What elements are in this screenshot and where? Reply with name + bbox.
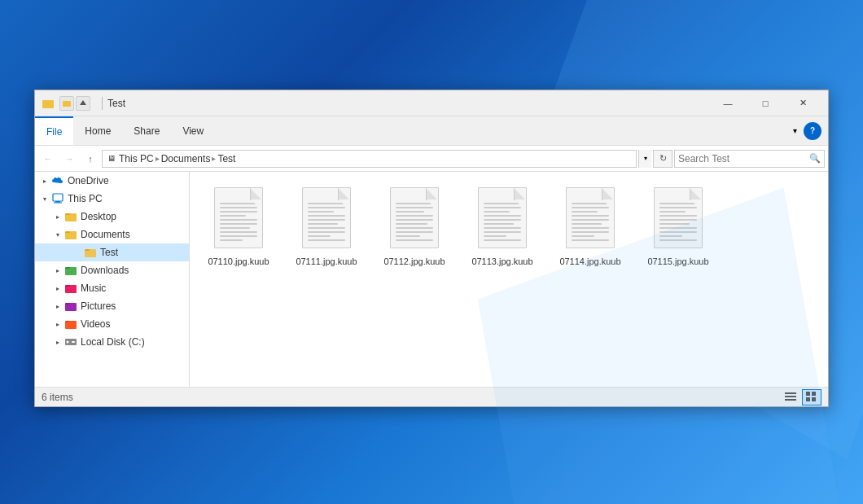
svg-rect-19 (806, 392, 810, 396)
downloads-label: Downloads (81, 265, 129, 276)
doc-shape-2 (390, 187, 439, 248)
svg-rect-1 (42, 102, 54, 108)
search-input[interactable] (675, 153, 806, 164)
videos-icon (64, 318, 77, 331)
music-icon (64, 282, 77, 295)
file-name-4: 07114.jpg.kuub (559, 256, 620, 267)
content-area: ▸ OneDrive ▾ This PC (35, 172, 828, 387)
address-path[interactable]: 🖥 This PC ▸ Documents ▸ Test (102, 150, 637, 168)
doc-line (220, 219, 257, 221)
downloads-icon (64, 264, 77, 277)
refresh-button[interactable]: ↻ (653, 150, 672, 168)
sidebar-item-pictures[interactable]: ▸ Pictures (35, 297, 189, 315)
doc-line (220, 203, 257, 204)
onedrive-label: OneDrive (68, 175, 109, 186)
expander-onedrive[interactable]: ▸ (38, 174, 51, 187)
expander-localdisk[interactable]: ▸ (51, 335, 64, 348)
thispc-icon (51, 192, 64, 205)
doc-line (220, 239, 243, 241)
file-name-3: 07113.jpg.kuub (471, 256, 532, 267)
expander-desktop[interactable]: ▸ (51, 210, 64, 223)
file-item-4[interactable]: 07114.jpg.kuub (550, 180, 631, 270)
test-label: Test (100, 247, 118, 258)
thispc-icon: 🖥 (107, 154, 116, 163)
up-button[interactable]: ↑ (81, 149, 100, 169)
doc-shape-0 (214, 187, 263, 248)
search-button[interactable]: 🔍 (806, 150, 824, 168)
file-item-5[interactable]: 07115.jpg.kuub (637, 180, 719, 270)
videos-label: Videos (81, 318, 110, 330)
file-name-0: 07110.jpg.kuub (208, 256, 269, 267)
doc-shape-5 (654, 187, 703, 248)
ribbon-expand: ▾ ? (786, 116, 828, 145)
file-name-1: 07111.jpg.kuub (296, 256, 357, 267)
sidebar-item-documents[interactable]: ▾ Documents (35, 226, 189, 243)
svg-rect-20 (812, 392, 816, 396)
file-item-3[interactable]: 07113.jpg.kuub (462, 180, 543, 270)
svg-rect-18 (785, 399, 796, 401)
doc-line (220, 231, 257, 233)
sidebar-item-onedrive[interactable]: ▸ OneDrive (35, 172, 189, 190)
doc-lines-4 (572, 203, 609, 241)
sidebar-item-thispc[interactable]: ▾ This PC (35, 190, 189, 208)
details-view-button[interactable] (781, 389, 800, 405)
minimize-button[interactable]: — (709, 90, 747, 116)
svg-rect-2 (63, 101, 71, 107)
qs-up-btn[interactable] (76, 96, 90, 111)
address-bar: ← → ↑ 🖥 This PC ▸ Documents ▸ Test ▾ ↻ 🔍 (35, 146, 828, 172)
ribbon: File Home Share View ▾ ? (35, 116, 828, 146)
sidebar-item-desktop[interactable]: ▸ Desktop (35, 208, 189, 226)
file-item-2[interactable]: 07112.jpg.kuub (374, 180, 455, 270)
svg-rect-17 (785, 396, 796, 397)
window-controls: — □ ✕ (709, 90, 821, 116)
back-button[interactable]: ← (38, 149, 58, 169)
breadcrumb-item-thispc[interactable]: 🖥 This PC (107, 153, 154, 164)
file-explorer-window: Test — □ ✕ File Home Share View ▾ ? ← → (34, 90, 829, 407)
ribbon-expand-btn[interactable]: ▾ (790, 125, 800, 137)
status-bar: 6 items (35, 387, 828, 406)
sidebar-item-music[interactable]: ▸ Music (35, 279, 189, 297)
window-title: Test (107, 98, 709, 109)
sidebar: ▸ OneDrive ▾ This PC (35, 172, 190, 387)
expander-pictures[interactable]: ▸ (51, 300, 64, 313)
file-icon-1 (298, 183, 355, 252)
title-bar: Test — □ ✕ (35, 90, 828, 116)
expander-documents[interactable]: ▾ (51, 228, 64, 241)
maximize-button[interactable]: □ (747, 90, 784, 116)
doc-shape-1 (302, 187, 351, 248)
tab-home[interactable]: Home (73, 116, 122, 145)
tab-share[interactable]: Share (122, 116, 171, 145)
sidebar-item-videos[interactable]: ▸ Videos (35, 315, 189, 333)
tab-view[interactable]: View (171, 116, 215, 145)
doc-lines-5 (659, 203, 697, 241)
onedrive-icon (51, 174, 64, 187)
forward-button[interactable]: → (59, 149, 79, 169)
breadcrumb-item-documents[interactable]: Documents (161, 153, 211, 164)
folder-icon (42, 97, 55, 110)
svg-point-15 (67, 341, 69, 344)
breadcrumb-item-test[interactable]: Test (217, 153, 235, 164)
file-item-1[interactable]: 07111.jpg.kuub (286, 180, 367, 270)
svg-rect-3 (53, 194, 63, 201)
sidebar-item-test[interactable]: ▸ Test (35, 243, 189, 261)
expander-music[interactable]: ▸ (51, 282, 64, 295)
title-separator (102, 97, 103, 110)
largeicons-icon (806, 392, 817, 403)
expander-downloads[interactable]: ▸ (51, 264, 64, 277)
expander-videos[interactable]: ▸ (51, 318, 64, 331)
large-icons-view-button[interactable] (802, 389, 821, 405)
doc-line (220, 215, 246, 217)
tab-file[interactable]: File (35, 116, 73, 145)
expander-thispc[interactable]: ▾ (38, 192, 51, 205)
quick-access-bar (59, 96, 90, 111)
sidebar-item-downloads[interactable]: ▸ Downloads (35, 261, 189, 279)
address-dropdown-btn[interactable]: ▾ (638, 150, 651, 168)
close-button[interactable]: ✕ (784, 90, 821, 116)
qs-folder-btn[interactable] (59, 96, 74, 111)
doc-line (220, 223, 257, 225)
doc-shape-4 (566, 187, 615, 248)
help-button[interactable]: ? (804, 122, 821, 140)
sidebar-item-localdisk[interactable]: ▸ Local Disk (C:) (35, 333, 189, 351)
file-item-0[interactable]: 07110.jpg.kuub (198, 180, 279, 270)
file-icon-3 (474, 183, 531, 252)
